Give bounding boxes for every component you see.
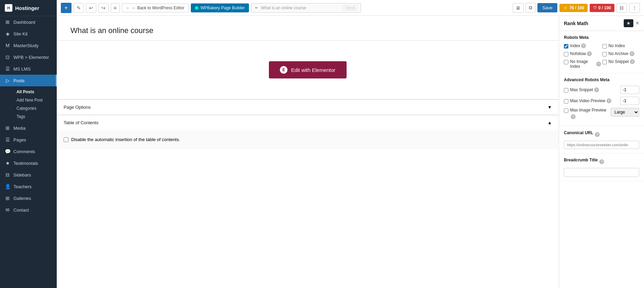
contact-icon: ✉ xyxy=(5,207,10,213)
sidebar-item-contact[interactable]: ✉ Contact xyxy=(0,204,57,216)
split-view-button[interactable]: ⊟ xyxy=(616,3,627,13)
panel-close-button[interactable]: × xyxy=(635,20,639,27)
sidebar-logo[interactable]: H Hostinger xyxy=(0,0,57,16)
max-image-preview-checkbox[interactable] xyxy=(564,108,568,113)
no-snippet-checkbox-row: No Snippet ? xyxy=(602,59,640,69)
noarchive-checkbox-row: No Archive ? xyxy=(602,51,640,56)
seo-score-badge[interactable]: ⚡ 76 / 100 xyxy=(559,4,588,12)
add-button[interactable]: + xyxy=(61,3,72,13)
noarchive-checkbox[interactable] xyxy=(602,52,607,56)
nofollow-label: Nofollow ? xyxy=(570,51,592,56)
nofollow-checkbox-row: Nofollow ? xyxy=(564,51,601,56)
sidebar-item-media[interactable]: ⊞ Media xyxy=(0,122,57,134)
robots-checkboxes: Index ? No Index xyxy=(564,43,639,69)
sidebar-item-teachers[interactable]: 👤 Teachers xyxy=(0,181,57,192)
redo-button[interactable]: ↪ xyxy=(98,3,109,13)
sidebar-item-masterstudy[interactable]: M MasterStudy xyxy=(0,40,57,51)
sidebar-item-label: Comments xyxy=(13,149,35,154)
table-of-contents-header[interactable]: Table of Contents ▲ xyxy=(57,115,559,130)
masterstudy-icon: M xyxy=(5,43,10,48)
sidebar-item-mslms[interactable]: ☰ MS LMS xyxy=(0,63,57,75)
sidebar-sub-categories[interactable]: Categories xyxy=(13,104,57,113)
search-bar[interactable]: ✒ What is an online course Ctrl+K xyxy=(251,3,361,13)
max-video-preview-input[interactable] xyxy=(620,97,639,105)
no-snippet-help-icon[interactable]: ? xyxy=(630,59,635,64)
toc-disable-checkbox[interactable] xyxy=(64,137,68,142)
sidebar-item-dashboard[interactable]: ⊞ Dashboard xyxy=(0,16,57,28)
no-snippet-checkbox[interactable] xyxy=(602,60,607,64)
more-options-button[interactable]: ⋮ xyxy=(629,3,640,13)
canonical-url-section: Canonical URL ? xyxy=(559,126,644,153)
page-title: What is an online course xyxy=(57,16,559,40)
canonical-url-help-icon[interactable]: ? xyxy=(595,132,600,137)
external-link-button[interactable]: ⧉ xyxy=(526,3,535,13)
sidebar-sub-tags[interactable]: Tags xyxy=(13,113,57,121)
index-help-icon[interactable]: ? xyxy=(581,43,586,48)
sidebar-sub-add-new[interactable]: Add New Post xyxy=(13,96,57,104)
noarchive-help-icon[interactable]: ? xyxy=(630,51,634,56)
page-options-header[interactable]: Page Options ▼ xyxy=(57,99,559,115)
nofollow-checkbox[interactable] xyxy=(564,52,568,56)
sidebar-item-label: Galleries xyxy=(13,196,31,201)
page-options-title: Page Options xyxy=(64,105,91,110)
menu-button[interactable]: ≡ xyxy=(111,3,120,13)
sidebar-item-testimonials[interactable]: ★ Testimonials xyxy=(0,157,57,169)
sidebar-item-wpb-elementor[interactable]: ⊡ WPB > Elementor xyxy=(0,51,57,63)
panel-header: Rank Math ★ × xyxy=(559,16,644,31)
max-snippet-checkbox[interactable] xyxy=(564,88,568,93)
search-text: What is an online course xyxy=(261,6,306,10)
max-snippet-help-icon[interactable]: ? xyxy=(594,87,599,92)
edit-icon-button[interactable]: ✎ xyxy=(74,3,84,13)
mslms-icon: ☰ xyxy=(5,66,10,72)
edit-with-elementor-button[interactable]: E Edit with Elementor xyxy=(269,61,346,78)
sidebar-item-sitekit[interactable]: ◈ Site Kit xyxy=(0,28,57,40)
max-video-preview-row: Max Video Preview ? xyxy=(564,97,639,105)
max-snippet-checkbox-row: Max Snippet ? xyxy=(564,87,618,93)
max-snippet-label: Max Snippet ? xyxy=(570,87,599,92)
content-area: What is an online course E Edit with Ele… xyxy=(57,16,644,288)
undo-button[interactable]: ↩ xyxy=(86,3,96,13)
back-to-wordpress-button[interactable]: ← ← Back to WordPress Editor xyxy=(122,3,189,12)
no-image-index-checkbox[interactable] xyxy=(564,60,568,64)
breadcrumb-title-help-icon[interactable]: ? xyxy=(599,159,604,164)
breadcrumb-title-input[interactable] xyxy=(564,168,639,177)
elementor-icon: E xyxy=(280,66,287,74)
search-shortcut: Ctrl+K xyxy=(343,5,357,11)
desktop-view-button[interactable]: 🖥 xyxy=(513,3,524,13)
save-button[interactable]: Save xyxy=(537,3,557,12)
readability-score-badge[interactable]: ♡ 0 / 100 xyxy=(590,4,614,12)
max-image-preview-help-icon[interactable]: ? xyxy=(571,114,576,119)
wpbakery-button[interactable]: WPBakery Page Builder xyxy=(191,3,249,12)
nofollow-help-icon[interactable]: ? xyxy=(587,51,592,56)
max-image-preview-checkbox-row: Max Image Preview xyxy=(564,108,608,113)
sidebar-item-pages[interactable]: ☰ Pages xyxy=(0,134,57,146)
teachers-icon: 👤 xyxy=(5,184,10,189)
max-image-preview-select[interactable]: None Standard Large xyxy=(611,108,639,117)
noarchive-label: No Archive ? xyxy=(609,51,634,56)
canonical-url-input[interactable] xyxy=(564,141,639,149)
no-image-index-help-icon[interactable]: ? xyxy=(596,62,601,66)
sidebar-item-sidebars[interactable]: ⊟ Sidebars xyxy=(0,169,57,181)
index-checkbox[interactable] xyxy=(564,44,568,49)
sidebar-item-label: Posts xyxy=(13,78,25,83)
sidebar-item-posts[interactable]: ▷ Posts xyxy=(0,75,57,86)
back-label: ← Back to WordPress Editor xyxy=(132,6,185,10)
sidebar-item-comments[interactable]: 💬 Comments xyxy=(0,146,57,157)
max-image-preview-left: Max Image Preview ? xyxy=(564,108,608,119)
max-video-preview-checkbox[interactable] xyxy=(564,99,568,104)
toc-title: Table of Contents xyxy=(64,120,98,125)
max-video-help-icon[interactable]: ? xyxy=(607,98,611,103)
sidebar-sub-posts: All Posts Add New Post Categories Tags xyxy=(0,86,57,122)
noindex-checkbox[interactable] xyxy=(602,44,607,49)
sidebar-item-label: Site Kit xyxy=(13,31,28,36)
sidebar-item-galleries[interactable]: ⊞ Galleries xyxy=(0,192,57,204)
max-snippet-input[interactable] xyxy=(620,86,639,94)
sidebar-item-label: Contact xyxy=(13,207,29,213)
canonical-url-title: Canonical URL xyxy=(564,130,593,135)
max-video-preview-label: Max Video Preview ? xyxy=(570,98,611,103)
sidebar-item-label: Testimonials xyxy=(13,161,38,166)
index-checkbox-row: Index ? xyxy=(564,43,601,49)
main-area: + ✎ ↩ ↪ ≡ ← ← Back to WordPress Editor W… xyxy=(57,0,644,288)
panel-star-button[interactable]: ★ xyxy=(624,19,633,27)
sidebar-sub-all-posts[interactable]: All Posts xyxy=(13,88,57,96)
